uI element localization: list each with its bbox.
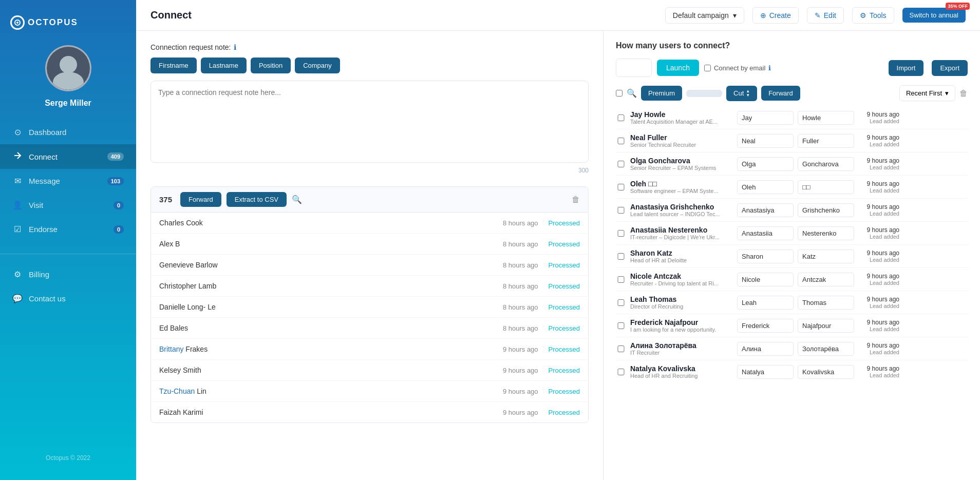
row-checkbox[interactable] [616, 299, 626, 306]
blank-filter-button[interactable] [686, 90, 722, 97]
first-name-input[interactable] [737, 296, 794, 310]
first-name-input[interactable] [737, 203, 794, 217]
sidebar: OCTOPUS Serge Miller ⊙ Dashboard Connect… [0, 0, 136, 480]
forward-table-button[interactable]: Forward [761, 86, 800, 101]
email-check-label: Connect by email ℹ [704, 64, 771, 72]
last-name-input[interactable] [798, 134, 854, 148]
sidebar-item-dashboard[interactable]: ⊙ Dashboard [0, 120, 136, 144]
row-checkbox[interactable] [616, 207, 626, 214]
discount-badge: 35% OFF [946, 3, 970, 10]
sidebar-item-label: Dashboard [29, 128, 66, 137]
last-name-input[interactable] [798, 319, 854, 333]
sidebar-item-message[interactable]: ✉ Message 103 [0, 169, 136, 193]
tools-button[interactable]: ⚙ Tools [852, 7, 894, 24]
sidebar-item-label: Visit [29, 201, 43, 209]
row-checkbox[interactable] [616, 114, 626, 121]
row-checkbox[interactable] [616, 253, 626, 260]
page-title: Connect [150, 9, 192, 21]
lastname-tag[interactable]: Lastname [201, 57, 247, 73]
last-name-input[interactable] [798, 157, 854, 171]
delete-icon[interactable]: 🗑 [959, 89, 968, 98]
edit-button[interactable]: ✎ Edit [807, 7, 844, 24]
sort-selector[interactable]: Recent First ▾ [899, 85, 955, 101]
last-name-input[interactable] [798, 203, 854, 217]
row-checkbox[interactable] [616, 138, 626, 144]
row-checkbox[interactable] [616, 276, 626, 283]
first-name-input[interactable] [737, 134, 794, 148]
switch-to-annual-button[interactable]: Switch to annual 35% OFF [902, 8, 966, 23]
first-name-input[interactable] [737, 111, 794, 125]
row-checkbox[interactable] [616, 184, 626, 190]
rp-title: How many users to connect? [616, 41, 730, 50]
connect-controls: Launch Connect by email ℹ Import Export [616, 59, 968, 77]
create-button[interactable]: ⊕ Create [752, 7, 799, 24]
import-button[interactable]: Import [889, 60, 924, 76]
list-section: 375 Forward Extract to CSV 🔍 🗑 Charles C… [150, 186, 589, 423]
first-name-input[interactable] [737, 273, 794, 286]
billing-icon: ⚙ [12, 270, 23, 279]
first-name-input[interactable] [737, 365, 794, 379]
left-panel: Connection request note: ℹ Firstname Las… [136, 31, 604, 480]
last-name-input[interactable] [798, 296, 854, 310]
list-item: Tzu-Chuan Lin 9 hours ago Processed [151, 381, 588, 402]
first-name-input[interactable] [737, 180, 794, 194]
last-name-input[interactable] [798, 273, 854, 286]
list-item: Charles Cook 8 hours ago Processed [151, 213, 588, 234]
connect-by-email-checkbox[interactable] [704, 65, 711, 71]
info-icon-email: ℹ [768, 64, 771, 72]
company-tag[interactable]: Company [295, 57, 340, 73]
position-tag[interactable]: Position [251, 57, 291, 73]
last-name-input[interactable] [798, 111, 854, 125]
info-icon[interactable]: ℹ [234, 43, 236, 51]
list-delete-icon[interactable]: 🗑 [572, 195, 580, 204]
logo: OCTOPUS [0, 15, 78, 30]
list-search-icon[interactable]: 🔍 [292, 195, 302, 204]
row-checkbox[interactable] [616, 345, 626, 352]
first-name-input[interactable] [737, 157, 794, 171]
search-icon[interactable]: 🔍 [627, 88, 637, 98]
chevron-down-icon: ▾ [733, 11, 737, 20]
last-name-input[interactable] [798, 342, 854, 356]
export-button[interactable]: Export [932, 60, 968, 76]
sidebar-item-label: Connect [29, 152, 58, 161]
select-all-checkbox[interactable] [616, 90, 623, 97]
row-checkbox[interactable] [616, 161, 626, 167]
connect-count-input[interactable] [616, 59, 652, 77]
cut-button[interactable]: Cut ▲▼ [726, 86, 757, 101]
logo-icon [10, 15, 25, 30]
launch-button[interactable]: Launch [657, 60, 699, 76]
firstname-tag[interactable]: Firstname [150, 57, 197, 73]
edit-icon: ✎ [815, 11, 821, 20]
row-checkbox[interactable] [616, 322, 626, 329]
sidebar-item-connect[interactable]: Connect 409 [0, 144, 136, 169]
sidebar-item-label: Message [29, 177, 60, 185]
last-name-input[interactable] [798, 249, 854, 263]
sidebar-item-label: Billing [29, 270, 49, 279]
sidebar-item-visit[interactable]: 👤 Visit 0 [0, 193, 136, 217]
sidebar-item-billing[interactable]: ⚙ Billing [0, 262, 136, 286]
premium-button[interactable]: Premium [641, 86, 682, 101]
message-badge: 103 [107, 177, 124, 185]
message-icon: ✉ [12, 176, 23, 186]
char-count: 300 [150, 167, 589, 174]
row-checkbox[interactable] [616, 230, 626, 237]
contact-row: Olga Goncharova Senior Recruiter – EPAM … [616, 152, 968, 176]
note-textarea[interactable] [150, 81, 589, 163]
forward-button[interactable]: Forward [180, 192, 221, 207]
last-name-input[interactable] [798, 180, 854, 194]
first-name-input[interactable] [737, 319, 794, 333]
sidebar-item-endorse[interactable]: ☑ Endorse 0 [0, 217, 136, 241]
sidebar-footer: Octopus © 2022 [46, 454, 90, 470]
first-name-input[interactable] [737, 342, 794, 356]
first-name-input[interactable] [737, 249, 794, 263]
endorse-icon: ☑ [12, 224, 23, 234]
sidebar-item-contact[interactable]: 💬 Contact us [0, 286, 136, 311]
sort-arrows-icon: ▲▼ [746, 89, 750, 98]
contact-row: Алина Золотарёва IT Recruiter 9 hours ag… [616, 337, 968, 360]
extract-csv-button[interactable]: Extract to CSV [227, 192, 287, 207]
first-name-input[interactable] [737, 226, 794, 240]
campaign-selector[interactable]: Default campaign ▾ [665, 7, 744, 24]
last-name-input[interactable] [798, 365, 854, 379]
row-checkbox[interactable] [616, 369, 626, 375]
last-name-input[interactable] [798, 226, 854, 240]
